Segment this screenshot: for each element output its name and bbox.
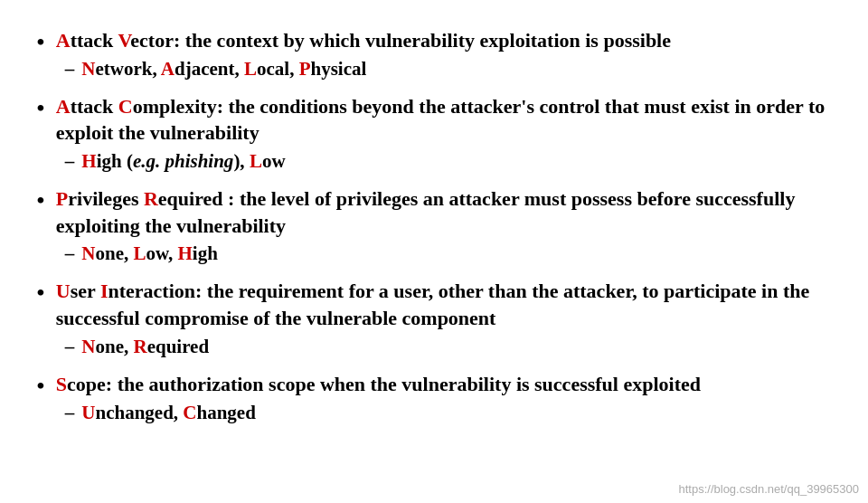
privileges-required-text: Privileges Required : the level of privi…: [56, 185, 832, 239]
list-item-attack-vector: • Attack Vector: the context by which vu…: [36, 27, 832, 81]
item-content-4: User Interaction: the requirement for a …: [56, 278, 832, 357]
user-interaction-text: User Interaction: the requirement for a …: [56, 278, 832, 331]
user-interaction-sublist: – None, Required: [65, 336, 832, 358]
list-item-attack-complexity: • Attack Complexity: the conditions beyo…: [36, 93, 832, 173]
ac-red-c: C: [118, 95, 133, 118]
av-red-a: A: [56, 29, 71, 52]
av-l-red: L: [244, 58, 257, 80]
attack-vector-text: Attack Vector: the context by which vuln…: [56, 27, 832, 54]
scope-sublist: – Unchanged, Changed: [65, 402, 832, 424]
bullet-list: • Attack Vector: the context by which vu…: [36, 27, 832, 424]
pr-h-red: H: [178, 242, 193, 264]
av-options: Network, Adjacent, Local, Physical: [81, 58, 366, 81]
ac-options: High (e.g. phishing), Low: [81, 150, 285, 173]
item-content-3: Privileges Required : the level of privi…: [56, 185, 832, 265]
ui-options: None, Required: [81, 336, 209, 358]
ui-red-u: U: [56, 280, 71, 302]
bullet-5: •: [36, 371, 45, 402]
list-item-scope: • Scope: the authorization scope when th…: [36, 371, 832, 424]
dash-5: –: [65, 402, 75, 424]
sub-item-pr: – None, Low, High: [65, 242, 832, 265]
ac-l-red: L: [250, 150, 262, 172]
attack-complexity-text: Attack Complexity: the conditions beyond…: [56, 93, 832, 147]
bullet-1: •: [36, 27, 45, 58]
pr-red-p: P: [56, 187, 68, 210]
pr-red-r: R: [144, 187, 158, 210]
scope-text: Scope: the authorization scope when the …: [56, 371, 832, 398]
av-a-red: A: [161, 58, 175, 80]
ac-eg-italic: e.g. phishing: [133, 150, 233, 172]
dash-2: –: [65, 150, 75, 173]
list-item-privileges-required: • Privileges Required : the level of pri…: [36, 185, 832, 265]
attack-vector-sublist: – Network, Adjacent, Local, Physical: [65, 58, 832, 81]
item-content-1: Attack Vector: the context by which vuln…: [56, 27, 832, 81]
bullet-4: •: [36, 278, 45, 308]
ac-h-red: H: [81, 150, 96, 172]
item-content-5: Scope: the authorization scope when the …: [56, 371, 832, 424]
bullet-2: •: [36, 93, 45, 124]
sc-red-s: S: [56, 373, 67, 395]
av-p-red: P: [299, 58, 311, 80]
ui-red-i: I: [100, 280, 108, 302]
sc-options: Unchanged, Changed: [81, 402, 256, 424]
pr-n-red: N: [81, 242, 95, 264]
dash-1: –: [65, 58, 75, 81]
watermark: https://blog.csdn.net/qq_39965300: [679, 482, 860, 496]
dash-4: –: [65, 336, 75, 358]
bullet-3: •: [36, 185, 45, 216]
pr-l-red: L: [133, 242, 146, 264]
pr-options: None, Low, High: [81, 242, 218, 265]
av-red-v: V: [118, 29, 130, 52]
sub-item-ui: – None, Required: [65, 336, 832, 358]
list-item-user-interaction: • User Interaction: the requirement for …: [36, 278, 832, 357]
sc-u-red: U: [81, 402, 95, 423]
main-content: • Attack Vector: the context by which vu…: [0, 0, 868, 455]
dash-3: –: [65, 242, 75, 265]
sub-item-sc: – Unchanged, Changed: [65, 402, 832, 424]
sub-item-av: – Network, Adjacent, Local, Physical: [65, 58, 832, 81]
ac-red-a: A: [56, 95, 71, 118]
privileges-required-sublist: – None, Low, High: [65, 242, 832, 265]
av-n-red: N: [81, 58, 95, 80]
attack-complexity-sublist: – High (e.g. phishing), Low: [65, 150, 832, 173]
item-content-2: Attack Complexity: the conditions beyond…: [56, 93, 832, 173]
sc-c-red: C: [183, 402, 196, 423]
sub-item-ac: – High (e.g. phishing), Low: [65, 150, 832, 173]
ui-r-red: R: [133, 336, 146, 357]
ui-n-red: N: [81, 336, 95, 357]
